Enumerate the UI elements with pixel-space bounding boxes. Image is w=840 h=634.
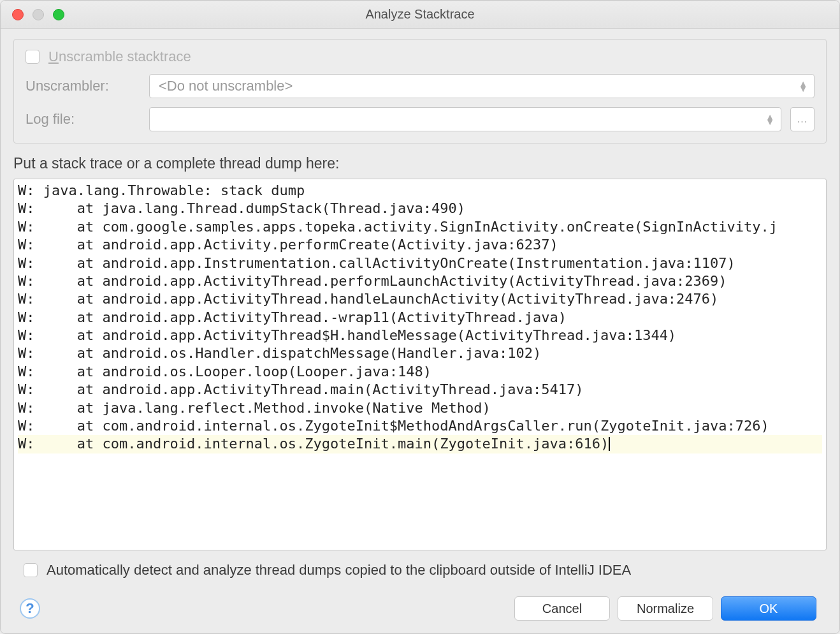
chevron-updown-icon: ▲▼: [765, 114, 774, 125]
minimize-icon: [33, 9, 44, 20]
unscrambler-value: <Do not unscramble>: [159, 78, 293, 94]
auto-detect-row: Automatically detect and analyze thread …: [13, 557, 827, 581]
help-icon: ?: [25, 600, 34, 617]
stacktrace-line[interactable]: W: at com.google.samples.apps.topeka.act…: [18, 218, 822, 236]
stacktrace-line[interactable]: W: at android.app.Instrumentation.callAc…: [18, 254, 822, 272]
ok-button[interactable]: OK: [721, 596, 816, 621]
stacktrace-textarea[interactable]: W: java.lang.Throwable: stack dumpW: at …: [13, 179, 827, 550]
auto-detect-checkbox[interactable]: [24, 563, 38, 577]
maximize-icon[interactable]: [53, 9, 64, 20]
unscrambler-combo[interactable]: <Do not unscramble> ▲▼: [149, 74, 815, 98]
stacktrace-line[interactable]: W: at android.app.ActivityThread.main(Ac…: [18, 381, 822, 399]
stacktrace-line[interactable]: W: at android.app.ActivityThread.handleL…: [18, 290, 822, 308]
unscramble-label: Unscramble stacktrace: [48, 48, 191, 65]
label-rest: nscramble stacktrace: [59, 48, 191, 64]
stacktrace-line[interactable]: W: at java.lang.Thread.dumpStack(Thread.…: [18, 200, 822, 217]
logfile-row: Log file: ▲▼ ...: [25, 107, 815, 131]
stacktrace-line[interactable]: W: at android.os.Looper.loop(Looper.java…: [18, 363, 822, 381]
normalize-label: Normalize: [637, 601, 694, 616]
unscrambler-row: Unscrambler: <Do not unscramble> ▲▼: [25, 74, 815, 98]
help-button[interactable]: ?: [20, 598, 40, 619]
stacktrace-line[interactable]: W: at android.app.ActivityThread.-wrap11…: [18, 309, 822, 327]
unscramble-checkbox[interactable]: [25, 50, 40, 64]
stacktrace-line[interactable]: W: at android.app.Activity.performCreate…: [18, 236, 822, 254]
stacktrace-line[interactable]: W: at java.lang.reflect.Method.invoke(Na…: [18, 399, 822, 417]
browse-button[interactable]: ...: [790, 107, 815, 131]
mnemonic-char: U: [48, 48, 59, 64]
close-icon[interactable]: [12, 9, 24, 20]
ok-label: OK: [760, 601, 778, 616]
dialog-window: Analyze Stacktrace Unscramble stacktrace…: [0, 0, 840, 634]
stacktrace-line[interactable]: W: at android.os.Handler.dispatchMessage…: [18, 344, 822, 362]
unscramble-row: Unscramble stacktrace: [25, 48, 815, 65]
chevron-updown-icon: ▲▼: [799, 81, 807, 92]
stacktrace-line[interactable]: W: at com.android.internal.os.ZygoteInit…: [18, 435, 822, 453]
stacktrace-line[interactable]: W: java.lang.Throwable: stack dump: [18, 182, 822, 200]
auto-detect-label: Automatically detect and analyze thread …: [47, 562, 631, 579]
titlebar: Analyze Stacktrace: [1, 1, 839, 29]
stacktrace-prompt: Put a stack trace or a complete thread d…: [13, 155, 827, 172]
options-panel: Unscramble stacktrace Unscrambler: <Do n…: [13, 39, 827, 144]
stacktrace-line[interactable]: W: at android.app.ActivityThread.perform…: [18, 272, 822, 290]
window-title: Analyze Stacktrace: [1, 7, 839, 22]
dialog-content: Unscramble stacktrace Unscrambler: <Do n…: [1, 29, 839, 633]
cancel-button[interactable]: Cancel: [514, 596, 610, 621]
stacktrace-line[interactable]: W: at android.app.ActivityThread$H.handl…: [18, 327, 822, 344]
stacktrace-line[interactable]: W: at com.android.internal.os.ZygoteInit…: [18, 417, 822, 435]
normalize-button[interactable]: Normalize: [618, 596, 713, 621]
traffic-lights: [1, 9, 64, 20]
logfile-label: Log file:: [25, 111, 140, 128]
cancel-label: Cancel: [542, 601, 582, 616]
browse-label: ...: [797, 114, 807, 125]
text-cursor: [609, 437, 610, 451]
unscrambler-label: Unscrambler:: [25, 78, 140, 94]
dialog-footer: ? Cancel Normalize OK: [13, 587, 827, 621]
logfile-input[interactable]: ▲▼: [149, 107, 781, 131]
